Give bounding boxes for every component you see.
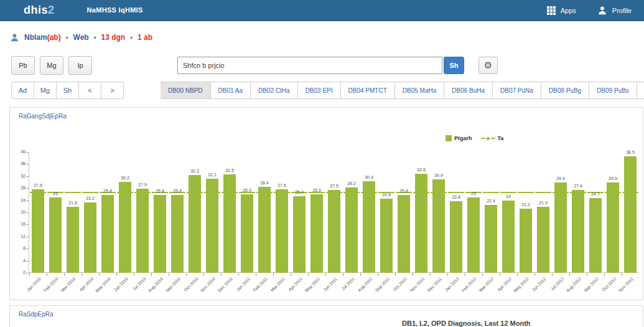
bar[interactable] bbox=[432, 179, 445, 273]
bar[interactable] bbox=[398, 195, 410, 273]
bar[interactable] bbox=[310, 194, 323, 273]
bar[interactable] bbox=[293, 196, 306, 273]
x-axis-label: Sep 2010 bbox=[165, 277, 181, 293]
panel-action-links[interactable]: RaSdpEpRa bbox=[19, 311, 54, 318]
bar-value-label: 30.2 bbox=[114, 176, 136, 180]
dashboard-nav-button[interactable]: Ad bbox=[11, 82, 34, 99]
channel-link[interactable]: Web bbox=[73, 33, 89, 42]
bar[interactable] bbox=[380, 199, 393, 273]
toolbar-button[interactable]: Pb bbox=[11, 56, 35, 75]
dashboard-tab[interactable]: DB10 Hb bbox=[637, 82, 644, 99]
bar-slot: 24.7Sep 2012 bbox=[587, 152, 604, 273]
apps-button[interactable]: Apps bbox=[547, 6, 576, 15]
profile-button[interactable]: Profile bbox=[597, 6, 632, 16]
dashboard-tab[interactable]: DB07 PuNa bbox=[492, 82, 541, 99]
dashboard-tab[interactable]: DB02 CtHa bbox=[250, 82, 298, 99]
bar[interactable] bbox=[572, 190, 584, 273]
y-axis-label: 12 bbox=[9, 234, 26, 239]
bar[interactable] bbox=[607, 182, 619, 273]
logo-accent: 2 bbox=[48, 4, 55, 16]
bar[interactable] bbox=[363, 181, 375, 273]
bar[interactable] bbox=[345, 187, 358, 273]
dashboard-item-chart-2: RaSdpEpRa DB1, L2, OPD Diagnosis, Last 1… bbox=[9, 305, 643, 327]
bar[interactable] bbox=[136, 189, 149, 273]
bar[interactable] bbox=[32, 189, 44, 273]
bar[interactable] bbox=[554, 182, 567, 273]
bar[interactable] bbox=[537, 207, 549, 273]
toolbar-button[interactable]: Ip bbox=[68, 56, 92, 75]
x-axis-label: Mar 2010 bbox=[60, 277, 77, 293]
dashboard-tab[interactable]: DB01 Aa bbox=[210, 82, 251, 99]
bar-value-label: 25.9 bbox=[306, 188, 327, 192]
settings-button[interactable]: ⚙ bbox=[478, 57, 498, 74]
bar[interactable] bbox=[328, 190, 340, 273]
target-dash bbox=[361, 192, 377, 193]
dashboard-nav-button[interactable]: > bbox=[101, 82, 124, 99]
bar[interactable] bbox=[67, 207, 79, 273]
dashboard-tab[interactable]: DB04 PMTCT bbox=[340, 82, 395, 99]
dashboard-tab[interactable]: DB03 EPI bbox=[297, 82, 341, 99]
bar-slot: 28.4Feb 2011 bbox=[256, 152, 273, 273]
bar[interactable] bbox=[171, 195, 184, 273]
x-axis-label: Oct 2012 bbox=[601, 277, 617, 292]
bar-value-label: 30.9 bbox=[428, 173, 449, 178]
dhis2-logo[interactable]: dhis2 bbox=[24, 4, 55, 17]
bar-slot: 32.3Oct 2010 bbox=[186, 152, 203, 273]
bar[interactable] bbox=[241, 194, 253, 273]
legend-series-item[interactable]: Ptgarh bbox=[446, 135, 472, 141]
bar[interactable] bbox=[189, 175, 201, 273]
search-button[interactable]: Sh bbox=[444, 57, 464, 74]
search-input[interactable] bbox=[177, 57, 442, 74]
bar-slot: 27.4Aug 2012 bbox=[569, 152, 587, 273]
stat-days[interactable]: 13 dgn bbox=[101, 33, 126, 42]
bar[interactable] bbox=[84, 202, 96, 273]
bar[interactable] bbox=[624, 156, 637, 273]
x-axis-label: Nov 2010 bbox=[200, 277, 216, 293]
y-axis-label: 40 bbox=[9, 149, 26, 154]
dashboard-nav-button[interactable]: Mg bbox=[34, 82, 57, 99]
bar[interactable] bbox=[119, 182, 131, 273]
bar-value-label: 27.9 bbox=[132, 182, 153, 187]
bar-slot: 30.9Dec 2011 bbox=[430, 152, 447, 273]
bar[interactable] bbox=[485, 205, 497, 273]
bar[interactable] bbox=[450, 201, 462, 273]
bar[interactable] bbox=[589, 198, 602, 273]
dashboard-tab[interactable]: DB05 MaHa bbox=[394, 82, 444, 99]
dashboard-tab[interactable]: DB09 PuBs bbox=[589, 82, 637, 99]
bar[interactable] bbox=[520, 209, 532, 273]
bar[interactable] bbox=[258, 187, 271, 273]
bar-value-label: 30.4 bbox=[358, 175, 380, 179]
bar[interactable] bbox=[101, 195, 114, 273]
dashboard-tab[interactable]: DB08 PuBg bbox=[541, 82, 589, 99]
dashboard-nav-button[interactable]: Sh bbox=[56, 82, 79, 99]
bar[interactable] bbox=[467, 197, 480, 273]
stat-other[interactable]: 1 ab bbox=[138, 33, 152, 42]
dashboard-nav-button[interactable]: < bbox=[78, 82, 101, 99]
bar[interactable] bbox=[276, 189, 288, 273]
dashboard-tab[interactable]: DB06 BuHa bbox=[444, 82, 493, 99]
bar-value-label: 27.6 bbox=[271, 183, 292, 187]
panel-action-links[interactable]: RaGangSdjEpRa bbox=[19, 113, 67, 120]
target-dash bbox=[82, 192, 98, 193]
bar[interactable] bbox=[49, 197, 62, 273]
y-axis-label: 28 bbox=[9, 186, 26, 190]
profile-icon bbox=[597, 6, 607, 16]
target-dash bbox=[500, 192, 516, 193]
bar[interactable] bbox=[415, 174, 427, 273]
dashboard-tab[interactable]: DB00 NBPD bbox=[161, 82, 211, 99]
x-axis-label: Feb 2010 bbox=[43, 277, 59, 293]
y-axis-label: 8 bbox=[9, 246, 26, 250]
y-axis-label: 20 bbox=[9, 210, 26, 214]
user-name-link[interactable]: Nblam bbox=[24, 33, 47, 42]
separator-bullet: • bbox=[94, 34, 96, 41]
bar[interactable] bbox=[223, 174, 236, 273]
bar[interactable] bbox=[154, 195, 166, 273]
toolbar-button[interactable]: Mg bbox=[40, 56, 63, 75]
bar-slot: 27.9Jul 2010 bbox=[134, 152, 151, 273]
bar[interactable] bbox=[502, 201, 515, 273]
bar-value-label: 29.9 bbox=[602, 176, 623, 181]
x-axis-label: Jun 2012 bbox=[531, 277, 547, 292]
legend-target-item[interactable]: Ta bbox=[481, 135, 504, 141]
target-dash bbox=[605, 192, 621, 193]
bar-slot: 27.5Jun 2011 bbox=[325, 152, 343, 273]
